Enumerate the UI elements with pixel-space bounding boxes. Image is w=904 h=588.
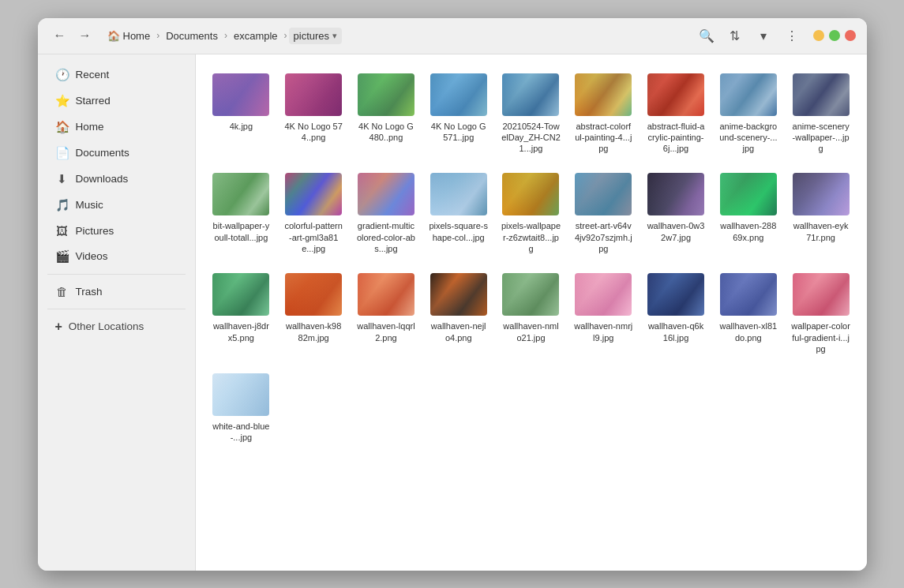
file-name: wallhaven-28869x.png <box>718 220 778 243</box>
videos-icon: 🎬 <box>55 249 69 264</box>
files-grid: 4k.jpg4K No Logo 574..png4K No Logo G480… <box>208 67 854 450</box>
sidebar-item-pictures[interactable]: 🖼 Pictures <box>43 219 190 243</box>
file-item[interactable]: white-and-blue-...jpg <box>208 367 275 450</box>
file-item[interactable]: wallhaven-xl81do.png <box>715 267 782 361</box>
file-thumbnail <box>647 73 704 116</box>
sidebar-item-downloads[interactable]: ⬇ Downloads <box>43 167 190 192</box>
sidebar-item-documents[interactable]: 📄 Documents <box>43 140 190 166</box>
breadcrumb-pictures[interactable]: pictures ▾ <box>289 28 343 44</box>
file-thumbnail <box>793 173 850 215</box>
file-item[interactable]: wallhaven-j8drx5.png <box>208 267 275 361</box>
forward-button[interactable]: → <box>74 24 96 47</box>
file-item[interactable]: street-art-v64v4jv92o7szjmh.jpg <box>570 167 636 260</box>
file-name: wallhaven-0w32w7.jpg <box>646 220 706 243</box>
file-item[interactable]: 4k.jpg <box>208 67 275 161</box>
file-name: anime-background-scenery-...jpg <box>718 121 778 155</box>
music-icon: 🎵 <box>55 198 69 212</box>
breadcrumb-excample[interactable]: excample <box>229 28 283 44</box>
file-thumbnail <box>502 273 559 316</box>
file-thumbnail <box>502 173 559 215</box>
file-thumbnail <box>720 173 777 215</box>
file-item[interactable]: wallhaven-nejlo4.png <box>426 267 492 361</box>
file-item[interactable]: anime-background-scenery-...jpg <box>715 67 782 161</box>
breadcrumb-dropdown-icon: ▾ <box>332 31 337 41</box>
sidebar-item-recent[interactable]: 🕐 Recent <box>43 62 190 88</box>
file-name: wallhaven-lqqrl2.png <box>356 320 416 343</box>
file-item[interactable]: wallhaven-28869x.png <box>715 167 782 260</box>
sidebar-item-music[interactable]: 🎵 Music <box>43 193 190 218</box>
file-name: anime-scenery-wallpaper-...jpg <box>791 121 851 155</box>
file-thumbnail <box>502 73 559 116</box>
file-name: 4K No Logo G480..png <box>356 121 416 144</box>
file-item[interactable]: wallpaper-colorful-gradient-i...jpg <box>788 267 854 361</box>
file-thumbnail <box>212 73 269 116</box>
file-thumbnail <box>358 273 414 316</box>
file-thumbnail <box>575 273 632 316</box>
file-item[interactable]: bit-wallpaper-youll-totall...jpg <box>208 167 275 260</box>
home-sidebar-icon: 🏠 <box>55 120 69 134</box>
sidebar-item-trash[interactable]: 🗑 Trash <box>43 279 190 304</box>
menu-button[interactable]: ⋮ <box>780 24 804 47</box>
file-item[interactable]: pixels-wallpaper-z6zwtait8...jpg <box>498 167 565 260</box>
file-name: pixels-wallpaper-z6zwtait8...jpg <box>501 220 561 254</box>
breadcrumb-home[interactable]: 🏠 Home <box>103 28 156 44</box>
file-name: wallhaven-q6k16l.jpg <box>646 320 706 343</box>
file-thumbnail <box>212 273 269 316</box>
file-item[interactable]: wallhaven-0w32w7.jpg <box>643 167 709 260</box>
file-item[interactable]: gradient-multicolored-color-abs...jpg <box>353 167 419 260</box>
file-item[interactable]: wallhaven-eyk71r.png <box>788 167 854 260</box>
file-thumbnail <box>430 73 487 116</box>
sidebar-item-videos[interactable]: 🎬 Videos <box>43 244 190 269</box>
toolbar-right: 🔍 ⇅ ▾ ⋮ <box>695 24 804 47</box>
file-thumbnail <box>647 173 704 215</box>
file-name: wallhaven-nmlo21.jpg <box>501 320 561 343</box>
add-icon: + <box>55 320 62 334</box>
minimize-button[interactable] <box>813 30 824 41</box>
breadcrumb-sep-2: › <box>224 30 227 41</box>
file-name: wallhaven-nmrjl9.jpg <box>573 320 633 343</box>
file-name: wallpaper-colorful-gradient-i...jpg <box>791 320 851 354</box>
file-item[interactable]: wallhaven-nmrjl9.jpg <box>570 267 636 361</box>
file-name: 4K No Logo 574..png <box>283 121 343 144</box>
close-button[interactable] <box>845 30 856 41</box>
file-thumbnail <box>720 73 777 116</box>
file-name: wallhaven-k9882m.jpg <box>283 320 343 343</box>
file-thumbnail <box>358 73 414 116</box>
file-item[interactable]: 4K No Logo G480..png <box>353 67 419 161</box>
maximize-button[interactable] <box>829 30 840 41</box>
file-item[interactable]: abstract-colorful-painting-4...jpg <box>570 67 636 161</box>
sidebar-item-home[interactable]: 🏠 Home <box>43 114 190 140</box>
file-item[interactable]: wallhaven-k9882m.jpg <box>280 267 347 361</box>
file-item[interactable]: pixels-square-shape-col...jpg <box>426 167 492 260</box>
file-name: wallhaven-j8drx5.png <box>212 320 272 343</box>
recent-icon: 🕐 <box>55 68 69 82</box>
back-button[interactable]: ← <box>49 24 71 47</box>
file-item[interactable]: 4K No Logo G571..jpg <box>426 67 492 161</box>
search-button[interactable]: 🔍 <box>695 24 718 47</box>
file-item[interactable]: 4K No Logo 574..png <box>280 67 347 161</box>
file-name: white-and-blue-...jpg <box>212 421 272 444</box>
breadcrumb: 🏠 Home › Documents › excample › pictures… <box>103 28 688 44</box>
sidebar-item-starred[interactable]: ⭐ Starred <box>43 88 190 114</box>
trash-icon: 🗑 <box>55 285 69 298</box>
file-item[interactable]: anime-scenery-wallpaper-...jpg <box>788 67 854 161</box>
downloads-icon: ⬇ <box>55 172 69 186</box>
file-item[interactable]: abstract-fluid-acrylic-painting-6j...jpg <box>643 67 709 161</box>
sidebar-item-other-locations[interactable]: + Other Locations <box>43 314 190 339</box>
file-item[interactable]: wallhaven-nmlo21.jpg <box>498 267 565 361</box>
file-item[interactable]: wallhaven-lqqrl2.png <box>353 267 419 361</box>
file-name: abstract-colorful-painting-4...jpg <box>573 121 633 155</box>
breadcrumb-documents[interactable]: Documents <box>161 28 223 44</box>
file-thumbnail <box>430 273 487 316</box>
sort-dropdown-button[interactable]: ▾ <box>752 24 775 47</box>
file-thumbnail <box>212 173 269 215</box>
file-item[interactable]: 20210524-TowelDay_ZH-CN21...jpg <box>498 67 565 161</box>
file-manager-window: ← → 🏠 Home › Documents › excample › pict… <box>38 18 867 571</box>
file-item[interactable]: wallhaven-q6k16l.jpg <box>643 267 709 361</box>
file-item[interactable]: colorful-pattern-art-gml3a81e...jpg <box>280 167 347 260</box>
window-controls <box>813 30 856 41</box>
documents-icon: 📄 <box>55 146 69 160</box>
file-name: 4K No Logo G571..jpg <box>429 121 489 144</box>
file-name: 20210524-TowelDay_ZH-CN21...jpg <box>501 121 561 155</box>
sort-button[interactable]: ⇅ <box>723 24 747 47</box>
